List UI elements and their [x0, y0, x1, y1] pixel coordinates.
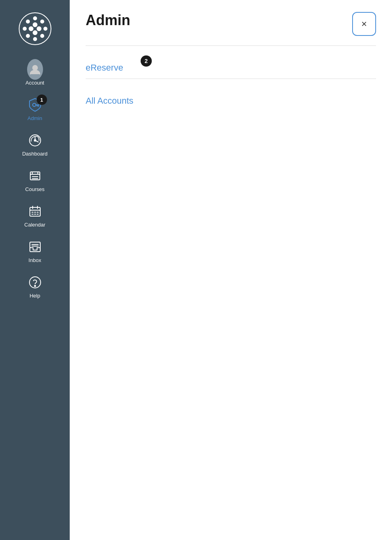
sidebar-item-calendar[interactable]: Calendar [0, 198, 70, 233]
sidebar-item-courses[interactable]: Courses [0, 162, 70, 198]
ereserve-badge: 2 [141, 55, 152, 67]
sidebar-item-label-calendar: Calendar [24, 222, 45, 228]
calendar-icon [27, 203, 43, 219]
svg-point-11 [33, 31, 37, 35]
svg-point-12 [29, 27, 33, 31]
svg-point-4 [41, 34, 44, 37]
svg-point-10 [37, 27, 41, 31]
svg-point-3 [44, 27, 47, 30]
ereserve-link[interactable]: eReserve [86, 63, 123, 73]
svg-point-13 [33, 65, 37, 70]
svg-point-42 [34, 286, 35, 287]
sidebar-item-label-account: Account [25, 80, 44, 86]
svg-point-9 [33, 23, 37, 27]
main-content: Admin × eReserve 2 All Accounts [70, 0, 392, 540]
svg-point-8 [26, 20, 29, 23]
sidebar-item-label-dashboard: Dashboard [22, 151, 48, 157]
sidebar-item-label-admin: Admin [27, 115, 42, 121]
close-icon: × [361, 18, 367, 30]
svg-point-6 [26, 34, 29, 37]
all-accounts-link[interactable]: All Accounts [86, 96, 133, 106]
svg-point-1 [33, 17, 37, 20]
sidebar-item-account[interactable]: Account [0, 56, 70, 91]
svg-point-19 [34, 140, 36, 141]
sidebar-item-label-inbox: Inbox [29, 257, 41, 263]
help-icon [27, 274, 43, 290]
sidebar-item-help[interactable]: Help [0, 269, 70, 304]
account-icon [27, 61, 43, 77]
sidebar-logo [0, 0, 70, 56]
close-button[interactable]: × [352, 12, 376, 36]
main-header: Admin × [86, 12, 376, 36]
admin-badge: 1 [37, 95, 47, 105]
ereserve-divider [86, 79, 376, 79]
svg-point-14 [33, 103, 36, 106]
courses-icon [27, 168, 43, 184]
ereserve-section: eReserve 2 [86, 57, 376, 79]
svg-point-7 [23, 27, 26, 30]
svg-point-5 [33, 37, 37, 41]
dashboard-icon [27, 132, 43, 148]
page-title: Admin [86, 12, 130, 29]
inbox-icon [27, 239, 43, 255]
app-logo-icon [18, 11, 53, 46]
sidebar-item-dashboard[interactable]: Dashboard [0, 127, 70, 162]
svg-point-2 [41, 20, 44, 23]
sidebar-item-admin[interactable]: 1 Admin [0, 91, 70, 127]
all-accounts-section: All Accounts [86, 90, 376, 112]
sidebar-item-inbox[interactable]: Inbox [0, 233, 70, 269]
sidebar: Account 1 Admin [0, 0, 70, 540]
admin-icon: 1 [27, 97, 43, 113]
sidebar-item-label-courses: Courses [25, 186, 44, 192]
header-divider [86, 45, 376, 46]
sidebar-item-label-help: Help [29, 293, 40, 299]
